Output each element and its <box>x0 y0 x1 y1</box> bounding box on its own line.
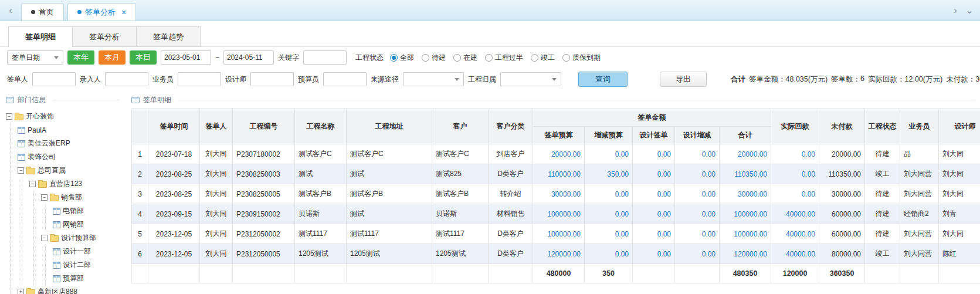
tree-item[interactable]: 电销部 <box>6 204 124 218</box>
budgeter-input[interactable] <box>323 72 367 86</box>
col-project-no[interactable]: 工程编号 <box>233 109 295 144</box>
col-design-change[interactable]: 设计增减 <box>675 127 720 144</box>
tree-item[interactable]: −直营店123 <box>6 177 124 191</box>
table-row[interactable]: 62023-12-05刘大同P23120500051205测试1205测试120… <box>132 244 980 264</box>
tree-expander-icon[interactable]: − <box>6 113 12 120</box>
col-total[interactable]: 合计 <box>720 127 771 144</box>
radio-checked-icon[interactable] <box>390 54 398 62</box>
status-option-finished[interactable]: 竣工 <box>531 53 555 63</box>
status-option-pending[interactable]: 待建 <box>422 53 446 63</box>
belong-select[interactable] <box>500 72 561 86</box>
tab-scroll-right-icon[interactable]: › <box>948 2 962 19</box>
designer-input[interactable] <box>250 72 294 86</box>
status-option-building[interactable]: 在建 <box>453 53 477 63</box>
today-button[interactable]: 本日 <box>130 50 157 65</box>
tree-item[interactable]: 预算部 <box>6 272 124 285</box>
tab-list-dropdown-icon[interactable]: ⌄ <box>962 2 976 19</box>
keyword-input[interactable] <box>303 50 347 65</box>
tree-item[interactable]: −销售部 <box>6 191 124 204</box>
col-address[interactable]: 工程地址 <box>347 109 432 144</box>
total-received: 120000 <box>771 264 819 283</box>
col-status[interactable]: 工程状态 <box>865 109 900 144</box>
tab-sign-trend[interactable]: 签单趋势 <box>136 26 201 47</box>
radio-icon[interactable] <box>453 54 461 62</box>
this-month-button[interactable]: 本月 <box>99 50 126 65</box>
tree-item[interactable]: +高新区店888 <box>6 285 124 294</box>
col-salesman[interactable]: 业务员 <box>900 109 939 144</box>
recorder-input[interactable] <box>105 72 148 86</box>
table-row[interactable]: 52023-12-05刘大同P2312050002测试1117测试1117测试1… <box>132 224 980 244</box>
source-select[interactable] <box>403 72 464 86</box>
tree-indent <box>6 137 15 150</box>
col-project-name[interactable]: 工程名称 <box>295 109 347 144</box>
salesman-input[interactable] <box>178 72 221 86</box>
tree-item[interactable]: −设计预算部 <box>6 231 124 245</box>
col-customer[interactable]: 客户 <box>432 109 489 144</box>
tree-expander-icon[interactable]: − <box>29 181 36 187</box>
tab-scroll-left-icon[interactable]: ‹ <box>4 2 18 19</box>
tree-indent <box>6 245 15 258</box>
tree-indent <box>6 231 15 245</box>
tab-sign-detail[interactable]: 签单明细 <box>8 26 73 47</box>
tree-item[interactable]: 装饰公司 <box>6 150 124 164</box>
col-unpaid[interactable]: 未付款 <box>819 109 865 144</box>
status-option-half[interactable]: 工程过半 <box>485 53 523 63</box>
radio-icon[interactable] <box>485 54 493 62</box>
table-row[interactable]: 12023-07-18刘大同P2307180002测试客户C测试客户C测试客户C… <box>132 144 980 164</box>
tree-expander-icon[interactable]: − <box>41 194 48 201</box>
tab-status-dot-icon <box>31 10 35 14</box>
col-customer-type[interactable]: 客户分类 <box>489 109 533 144</box>
tree-expander-icon[interactable]: + <box>18 289 24 294</box>
date-type-select[interactable]: 签单日期 <box>7 50 63 65</box>
cell-received: 0.00 <box>771 144 819 164</box>
radio-icon[interactable] <box>562 54 570 62</box>
col-signer[interactable]: 签单人 <box>200 109 233 144</box>
tree-item-label: 总司直属 <box>38 165 66 175</box>
cell-received: 40000.00 <box>771 224 819 244</box>
tab-sign-analysis-sub[interactable]: 签单分析 <box>72 26 137 47</box>
radio-icon[interactable] <box>531 54 538 62</box>
status-option-warranty[interactable]: 质保到期 <box>562 53 601 63</box>
tree-item[interactable]: PaulA <box>6 123 124 137</box>
cell-design_sign: 0.00 <box>633 184 675 204</box>
col-design-sign[interactable]: 设计签单 <box>633 127 675 144</box>
signer-input[interactable] <box>32 72 76 86</box>
table-row[interactable]: 32023-08-25刘大同P2308250005测试客户B测试客户B测试客户B… <box>132 184 980 204</box>
close-tab-icon[interactable]: × <box>121 8 126 16</box>
tree-item[interactable]: 美佳云装ERP <box>6 137 124 150</box>
radio-icon[interactable] <box>422 54 429 62</box>
cell-signer: 刘大同 <box>200 164 233 184</box>
tab-sign-analysis[interactable]: 签单分析 × <box>67 3 136 21</box>
col-received[interactable]: 实际回款 <box>771 109 819 144</box>
cell-salesman: 刘大同营 <box>900 244 939 264</box>
tree-expander-icon[interactable]: − <box>18 167 24 174</box>
col-budget-change[interactable]: 增减预算 <box>585 127 633 144</box>
col-budget[interactable]: 签单预算 <box>533 127 585 144</box>
date-to-input[interactable] <box>223 50 274 65</box>
col-designer[interactable]: 设计师 <box>939 109 980 144</box>
tree-item[interactable]: 设计二部 <box>6 258 124 272</box>
tree-item[interactable]: 网销部 <box>6 218 124 231</box>
date-from-input[interactable] <box>161 50 211 65</box>
this-year-button[interactable]: 本年 <box>67 50 94 65</box>
total-customer <box>432 264 489 283</box>
cell-status: 竣工 <box>865 164 900 184</box>
cell-project_no: P2312050002 <box>233 224 295 244</box>
cell-address: 测试客户B <box>347 184 432 204</box>
tree-item[interactable]: −总司直属 <box>6 164 124 177</box>
tree-indent <box>41 204 50 218</box>
folder-icon <box>15 114 23 120</box>
col-sign-date[interactable]: 签单时间 <box>148 109 200 144</box>
tab-home[interactable]: 首页 <box>21 3 64 21</box>
cell-design_sign: 0.00 <box>633 224 675 244</box>
tree-indent <box>18 231 27 245</box>
panel-icon <box>131 97 140 103</box>
tree-item[interactable]: 设计一部 <box>6 245 124 258</box>
tree-expander-icon[interactable]: − <box>41 235 48 241</box>
tree-item[interactable]: −开心装饰 <box>6 110 124 123</box>
table-row[interactable]: 42023-09-15刘大同P2309150002贝诺斯测试贝诺斯材料销售100… <box>132 204 980 224</box>
export-button[interactable]: 导出 <box>660 72 707 87</box>
table-row[interactable]: 22023-08-25刘大同P2308250003测试测试测试825D类客户11… <box>132 164 980 184</box>
query-button[interactable]: 查询 <box>578 72 628 87</box>
status-option-all[interactable]: 全部 <box>390 53 414 63</box>
